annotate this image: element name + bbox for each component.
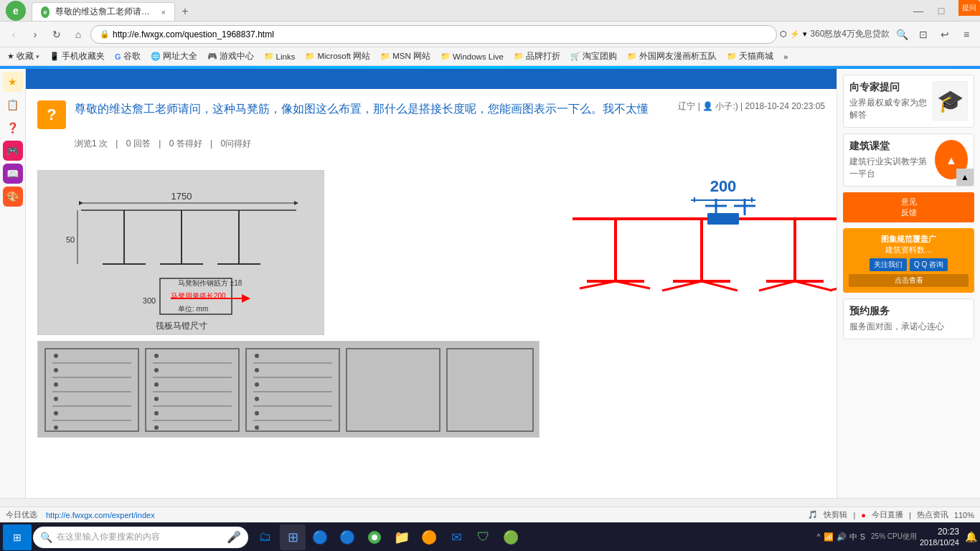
taskbar-app-store[interactable]: 🗂	[253, 524, 278, 550]
folder4-icon: 📁	[440, 52, 451, 61]
bookmark-label: 品牌打折	[526, 51, 560, 62]
taskbar-app-email[interactable]: ✉	[443, 524, 469, 550]
bookmark-windows-live[interactable]: 📁 Windows Live	[436, 50, 508, 62]
taskbar-app-ie[interactable]: 🔵	[307, 524, 333, 550]
question-title: 尊敬的维达詹工老师请问，这种马凳筋，像如图这么布置，那什么是搭接长度呢，您能画图…	[75, 100, 669, 118]
bookmark-mobile[interactable]: 📱 手机收藏夹	[45, 50, 109, 63]
taskbar-app-task[interactable]: ⊞	[280, 524, 306, 550]
bookmark-label: 外国网友漫画析五队	[639, 51, 717, 62]
taskbar-app-chrome[interactable]	[362, 524, 387, 550]
bookmark-label: MSN 网站	[392, 51, 430, 62]
sidebar-star-icon[interactable]: ★	[3, 72, 23, 92]
sidebar-book-icon[interactable]: 📖	[3, 164, 23, 184]
svg-text:马凳制作钢筋方 ±18: 马凳制作钢筋方 ±18	[178, 279, 242, 287]
back-history-icon[interactable]: ↩	[936, 25, 954, 44]
minimize-button[interactable]: —	[908, 4, 928, 18]
svg-point-35	[54, 425, 58, 430]
svg-point-56	[255, 411, 259, 415]
svg-rect-67	[707, 213, 739, 225]
svg-point-43	[154, 382, 159, 387]
more-label: »	[783, 52, 788, 61]
taskbar-app-browser2[interactable]: 🟠	[416, 524, 442, 550]
svg-point-54	[255, 382, 259, 387]
taskbar-app-edge[interactable]: 🔵	[334, 524, 360, 550]
status-left: 今日优选	[6, 509, 37, 520]
bookmark-label: Microsoft 网站	[317, 51, 370, 62]
taskbar-app-explorer[interactable]: 📁	[389, 524, 415, 550]
time-display: 20:23	[920, 527, 959, 538]
qq-button[interactable]: Q Q 咨询	[910, 258, 948, 271]
url-input[interactable]	[113, 29, 768, 39]
taskbar-app-green[interactable]: 🟢	[498, 524, 524, 550]
bookmark-label: 手机收藏夹	[62, 51, 105, 62]
search-icon[interactable]: 🔍	[892, 25, 911, 44]
menu-icon[interactable]: ≡	[957, 25, 976, 44]
live-label[interactable]: 今日直播	[872, 509, 903, 520]
sketch-image-2	[37, 341, 540, 438]
active-tab[interactable]: e 尊敬的维达詹工老师请问，这种马... ×	[32, 2, 175, 21]
forward-button[interactable]: ›	[26, 25, 44, 44]
photo-column: 1750 50	[37, 170, 540, 457]
bookmark-taobao[interactable]: 🛒 淘宝团购	[566, 50, 621, 63]
feedback-label2: 反馈	[846, 207, 971, 218]
click-button[interactable]: 点击查看	[849, 274, 969, 287]
bookmark-urls[interactable]: 🌐 网址大全	[146, 50, 202, 63]
home-button[interactable]: ⌂	[69, 25, 88, 44]
svg-point-32	[54, 382, 58, 387]
sidebar-game-icon[interactable]: 🎮	[3, 141, 23, 161]
svg-text:50: 50	[66, 235, 75, 244]
status-url[interactable]: http://e.fwxgx.com/expert/index	[46, 511, 155, 519]
feedback-button[interactable]: 意见 反馈	[843, 192, 974, 222]
horizontal-scrollbar[interactable]	[0, 498, 980, 507]
bookmark-tmall[interactable]: 📁 天猫商城	[722, 50, 778, 63]
notification-icon[interactable]: 🔔	[965, 531, 977, 542]
svg-point-57	[255, 425, 259, 430]
svg-point-45	[154, 411, 159, 415]
bookmark-comic[interactable]: 📁 外国网友漫画析五队	[623, 50, 721, 63]
svg-point-30	[54, 354, 58, 358]
sidebar-art-icon[interactable]: 🎨	[3, 187, 23, 207]
tray-antivirus-icon: S	[860, 532, 865, 541]
bookmark-links[interactable]: 📁 Links	[260, 50, 300, 62]
bookmark-favorites[interactable]: ★ 收藏 ▾	[3, 50, 44, 63]
lock-icon: 🔒	[100, 29, 110, 39]
sidebar-news-icon[interactable]: 📋	[3, 95, 23, 115]
address-bar[interactable]: 🔒	[90, 25, 777, 44]
ad-banner[interactable]: 图集规范覆盖广 建筑资料数... 关注我们 Q Q 咨询 点击查看	[843, 228, 974, 293]
taskbar-app-360[interactable]: 🛡	[471, 524, 496, 550]
bookmark-games[interactable]: 🎮 游戏中心	[203, 50, 258, 63]
tab-close-button[interactable]: ×	[161, 8, 166, 17]
quick-clip-label[interactable]: 快剪辑	[824, 509, 847, 520]
search-placeholder: 在这里输入你要搜索的内容	[57, 531, 160, 543]
tray-up-icon[interactable]: ^	[817, 532, 821, 541]
sidebar-question-icon[interactable]: ❓	[3, 118, 23, 138]
ad-title: 图集规范覆盖广	[849, 234, 969, 245]
bookmark-google[interactable]: G 谷歌	[110, 50, 145, 63]
share-icon: ⬡	[780, 29, 787, 39]
expert-title: 向专家提问	[849, 81, 933, 94]
taskbar-search[interactable]: 🔍 在这里输入你要搜索的内容 🎤	[33, 527, 248, 548]
bookmark-msn[interactable]: 📁 MSN 网站	[376, 50, 435, 63]
mic-icon[interactable]: 🎤	[227, 530, 241, 544]
tray-volume-icon: 🔊	[837, 532, 847, 542]
good-answer-count: 0 答得好	[169, 138, 202, 149]
refresh-button[interactable]: ↻	[47, 25, 66, 44]
windows-icon: ⊞	[13, 532, 22, 543]
device-icon[interactable]: ⊡	[914, 25, 933, 44]
bookmark-brand[interactable]: 📁 品牌打折	[509, 50, 565, 63]
google-icon: G	[115, 52, 121, 61]
start-button[interactable]: ⊞	[3, 524, 32, 550]
restore-button[interactable]: □	[931, 4, 951, 18]
separator3: |	[210, 138, 215, 149]
svg-point-46	[154, 425, 159, 430]
scroll-up-button[interactable]: ▲	[956, 169, 974, 186]
dropdown-icon[interactable]: ▾	[803, 29, 807, 39]
hot-news-label[interactable]: 热点资讯	[917, 509, 948, 520]
follow-button[interactable]: 关注我们	[870, 258, 907, 271]
back-button[interactable]: ‹	[4, 25, 23, 44]
folder3-icon: 📁	[380, 52, 390, 61]
bookmark-microsoft[interactable]: 📁 Microsoft 网站	[301, 50, 374, 63]
taskbar-clock[interactable]: 20:23 2018/10/24	[920, 527, 959, 548]
new-tab-button[interactable]: +	[175, 2, 195, 21]
bookmark-more[interactable]: »	[779, 51, 792, 62]
